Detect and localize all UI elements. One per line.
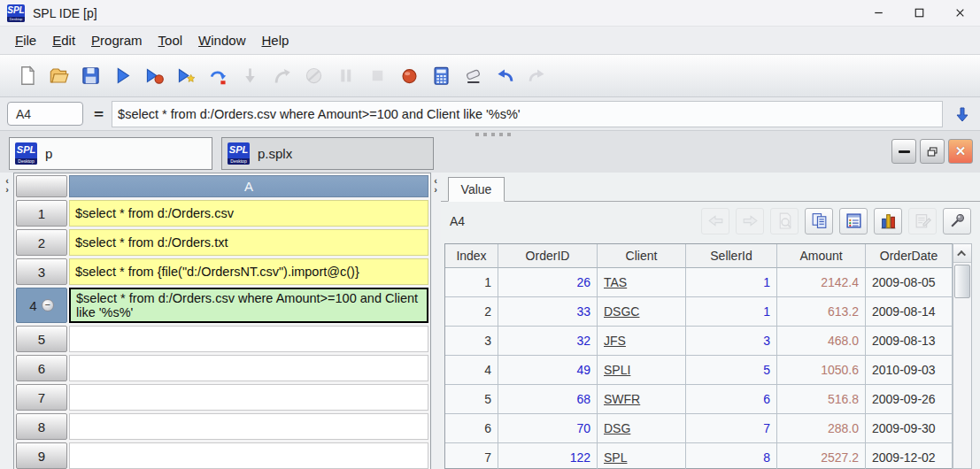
- chart-icon: [879, 211, 898, 230]
- tab-p[interactable]: SPL Desktop p: [9, 137, 212, 170]
- row-header-6[interactable]: 6: [16, 355, 67, 381]
- copy-button[interactable]: [805, 208, 833, 234]
- left-splitter-collapse[interactable]: ‹›: [2, 176, 12, 194]
- row-header-2[interactable]: 2: [16, 229, 67, 256]
- cell-A8[interactable]: [69, 413, 428, 440]
- minimize-icon: [899, 150, 910, 153]
- result-cell-ref: A4: [450, 214, 465, 228]
- client-link[interactable]: SPL: [598, 443, 686, 469]
- document-tab-row: SPL Desktop p SPL Desktop p.splx ✕: [0, 131, 980, 173]
- new-file-button[interactable]: [11, 62, 42, 90]
- table-row: 332JFS3468.02009-08-13: [445, 327, 953, 356]
- cell-reference-box[interactable]: A4: [7, 102, 83, 126]
- cell-A6[interactable]: [69, 355, 428, 381]
- step-over-button[interactable]: [202, 62, 234, 90]
- client-link[interactable]: JFS: [598, 327, 686, 356]
- calculator-button[interactable]: [425, 62, 457, 90]
- cell-A9[interactable]: [69, 442, 428, 469]
- equals-label: =: [94, 106, 104, 122]
- column-header-index[interactable]: Index: [445, 244, 498, 268]
- table-cell: 516.8: [777, 385, 866, 414]
- column-header-orderdate[interactable]: OrderDate: [866, 244, 953, 268]
- forward-button: [736, 208, 764, 234]
- debug-button[interactable]: [138, 62, 170, 90]
- undo-button[interactable]: [489, 62, 521, 90]
- run-to-cursor-button[interactable]: [170, 62, 202, 90]
- row-header-1[interactable]: 1: [16, 200, 67, 227]
- run-button[interactable]: [106, 62, 138, 90]
- minimize-button[interactable]: [858, 0, 899, 26]
- table-cell: 5: [445, 385, 498, 414]
- row-header-5[interactable]: 5: [16, 326, 67, 352]
- menu-program[interactable]: Program: [83, 33, 150, 48]
- expand-formula-button[interactable]: [950, 102, 975, 127]
- back-button: [701, 208, 729, 234]
- mdi-minimize-button[interactable]: [891, 139, 916, 164]
- spl-desktop-icon: SPL Desktop: [228, 142, 250, 165]
- client-link[interactable]: DSGC: [598, 297, 686, 327]
- table-cell: 2009-09-26: [866, 385, 953, 414]
- mdi-restore-button[interactable]: [920, 139, 945, 164]
- client-link[interactable]: SPLI: [598, 356, 686, 385]
- grid-row-2: 2$select * from d:/Orders.txt: [16, 229, 428, 256]
- chevron-right-icon[interactable]: ›: [434, 185, 437, 194]
- row-header-3[interactable]: 3: [16, 258, 67, 285]
- row-header-8[interactable]: 8: [16, 413, 67, 440]
- tab-value[interactable]: Value: [448, 177, 505, 202]
- mdi-close-button[interactable]: ✕: [948, 139, 973, 164]
- clear-button[interactable]: [457, 62, 489, 90]
- row-header-7[interactable]: 7: [16, 384, 67, 411]
- column-header-client[interactable]: Client: [598, 244, 686, 268]
- tab-p-splx[interactable]: SPL Desktop p.splx: [221, 137, 434, 170]
- step-into-button: [234, 62, 266, 90]
- splitter-handle[interactable]: [475, 133, 511, 136]
- menu-help[interactable]: Help: [253, 33, 297, 48]
- pin-button[interactable]: [943, 208, 971, 234]
- cell-A5[interactable]: [69, 326, 428, 352]
- row-header-4[interactable]: 4−: [16, 288, 67, 323]
- cell-A4[interactable]: $select * from d:/Orders.csv where Amoun…: [69, 288, 428, 323]
- client-link[interactable]: SWFR: [598, 385, 686, 414]
- chart-button[interactable]: [874, 208, 902, 234]
- cell-A2[interactable]: $select * from d:/Orders.txt: [69, 229, 428, 256]
- stop-button: [361, 62, 393, 90]
- scrollbar-thumb[interactable]: [954, 265, 970, 298]
- grid-row-8: 8: [16, 413, 428, 440]
- grid-corner-box[interactable]: [16, 175, 67, 197]
- open-button[interactable]: [42, 62, 74, 90]
- menu-file[interactable]: File: [7, 33, 44, 48]
- table-cell: 33: [498, 297, 598, 327]
- center-splitter-collapse[interactable]: ‹›: [430, 176, 441, 194]
- maximize-button[interactable]: [899, 0, 939, 26]
- row-number: 5: [38, 332, 45, 347]
- options-button[interactable]: [839, 208, 868, 234]
- row-header-9[interactable]: 9: [16, 442, 67, 469]
- table-cell: 2009-08-14: [866, 297, 953, 327]
- table-cell: 1: [686, 268, 777, 297]
- column-header-amount[interactable]: Amount: [777, 244, 866, 268]
- client-link[interactable]: TAS: [598, 268, 686, 297]
- step-out-icon: [272, 65, 292, 86]
- vertical-scrollbar[interactable]: [953, 243, 972, 469]
- table-row: 449SPLI51050.62010-09-03: [445, 356, 953, 385]
- collapse-minus-icon[interactable]: −: [42, 299, 54, 311]
- close-button[interactable]: [939, 0, 980, 26]
- column-header-sellerid[interactable]: SellerId: [686, 244, 777, 268]
- grid-row-6: 6: [16, 355, 428, 381]
- menu-tool[interactable]: Tool: [150, 33, 191, 48]
- menu-window[interactable]: Window: [190, 33, 253, 48]
- cell-A3[interactable]: $select * from {file("d:/OrdersNT.csv").…: [69, 258, 428, 285]
- client-link[interactable]: DSG: [598, 414, 686, 443]
- menu-edit[interactable]: Edit: [44, 33, 83, 48]
- breakpoint-button[interactable]: [393, 62, 425, 90]
- redo-icon: [527, 65, 547, 86]
- table-cell: 288.0: [777, 414, 866, 443]
- scroll-up-button[interactable]: [953, 244, 971, 263]
- formula-input[interactable]: [112, 101, 943, 127]
- cell-A1[interactable]: $select * from d:/Orders.csv: [69, 200, 428, 227]
- column-header-a[interactable]: A: [69, 175, 428, 197]
- cell-A7[interactable]: [69, 384, 428, 411]
- chevron-right-icon[interactable]: ›: [5, 185, 9, 194]
- save-button[interactable]: [74, 62, 106, 90]
- column-header-orderid[interactable]: OrderID: [498, 244, 598, 268]
